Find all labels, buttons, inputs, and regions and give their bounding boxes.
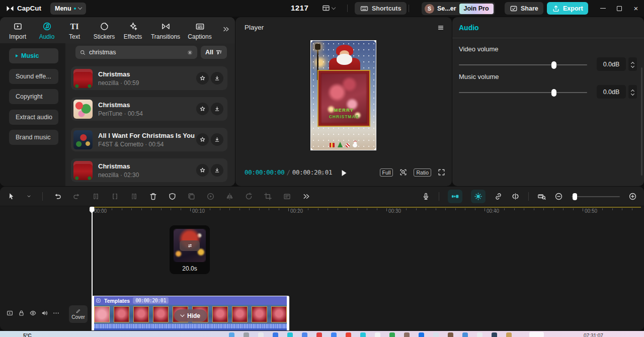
timeline-area[interactable]: 00:0000:1000:2000:3000:4000:50 20.0s Tem… — [0, 207, 644, 330]
search-box[interactable] — [75, 46, 197, 59]
speaker-button[interactable] — [41, 309, 48, 317]
menu-button[interactable]: Menu — [50, 3, 86, 15]
taskbar-weather[interactable]: 5°C — [23, 333, 32, 337]
account-group[interactable]: S Se...er Join Pro — [422, 2, 495, 15]
link-button[interactable] — [494, 192, 503, 201]
join-pro-button[interactable]: Join Pro — [459, 4, 494, 14]
stepper-down-icon[interactable] — [631, 92, 634, 96]
export-button[interactable]: Export — [547, 2, 588, 15]
dots-button[interactable] — [52, 309, 60, 317]
chevron-down-button[interactable] — [26, 194, 32, 199]
taskbar-app-icon[interactable] — [492, 332, 497, 337]
tab-import[interactable]: Import — [1, 20, 34, 41]
lock-button[interactable] — [18, 309, 25, 317]
split-right-button[interactable] — [130, 192, 138, 201]
box-play-button[interactable] — [6, 309, 14, 317]
music-list-item[interactable]: Christmasneozilla · 00:59 — [71, 66, 227, 90]
video-preview[interactable]: MERRY CHRISTMAS — [310, 40, 376, 150]
taskbar-app-icon[interactable] — [375, 332, 380, 337]
preview-quality-button[interactable] — [399, 168, 408, 177]
hide-button[interactable]: Hide — [174, 309, 207, 322]
tab-captions[interactable]: Captions — [184, 20, 215, 41]
tab-stickers[interactable]: Stickers — [90, 20, 119, 41]
music-volume-value[interactable]: 0.0dB — [597, 85, 626, 99]
stepper-down-icon[interactable] — [631, 64, 634, 68]
favorite-button[interactable] — [196, 103, 209, 115]
cursor-button[interactable] — [7, 192, 16, 201]
sidebar-item-extract-audio[interactable]: Extract audio — [9, 110, 58, 125]
taskbar-active-app-highlight[interactable] — [529, 332, 544, 337]
overlay-button[interactable] — [187, 192, 196, 201]
playhead[interactable] — [92, 207, 93, 323]
full-button[interactable]: Full — [380, 168, 393, 177]
time-ruler[interactable]: 00:0000:1000:2000:3000:4000:50 — [0, 207, 644, 217]
window-close-button[interactable]: × — [628, 0, 643, 17]
taskbar-app-icon[interactable] — [389, 332, 395, 337]
zoom-in-button[interactable] — [628, 192, 637, 201]
snap-button[interactable] — [448, 190, 462, 203]
sidebar-item-sound-effe[interactable]: Sound effe... — [9, 69, 58, 84]
taskbar-app-icon[interactable] — [302, 332, 307, 337]
video-volume-slider[interactable] — [459, 61, 587, 68]
shortcuts-button[interactable]: Shortcuts — [355, 2, 407, 15]
search-input[interactable] — [89, 49, 184, 56]
download-button[interactable] — [211, 72, 223, 85]
taskbar-app-icon[interactable] — [287, 332, 293, 337]
player-menu-button[interactable] — [437, 24, 445, 32]
taskbar-app-icon[interactable] — [448, 332, 453, 337]
mask-button[interactable] — [168, 192, 177, 201]
sidebar-item-brand-music[interactable]: Brand music — [9, 130, 58, 145]
taskbar-app-icon[interactable] — [346, 332, 351, 337]
avatar[interactable]: S — [425, 4, 434, 14]
taskbar-app-icon[interactable] — [273, 332, 278, 337]
clear-search-icon[interactable] — [187, 49, 193, 56]
delete-button[interactable] — [149, 192, 157, 201]
taskbar-app-icon[interactable] — [331, 332, 337, 337]
favorite-button[interactable] — [196, 164, 209, 177]
video-volume-stepper[interactable] — [628, 57, 637, 71]
mic-button[interactable] — [422, 192, 430, 201]
template-preview-card[interactable]: 20.0s — [170, 225, 210, 274]
tab-audio[interactable]: Audio — [34, 20, 59, 41]
music-list-item[interactable]: All I Want For Christmas Is You ...F4ST … — [71, 128, 227, 151]
crop-button[interactable] — [264, 192, 272, 201]
window-maximize-button[interactable] — [612, 0, 627, 17]
window-minimize-button[interactable] — [595, 0, 610, 17]
more-tabs-button[interactable] — [222, 25, 230, 33]
speed-button[interactable] — [206, 192, 215, 201]
tab-effects[interactable]: Effects — [119, 20, 147, 41]
redo-button[interactable] — [72, 192, 81, 201]
extract-button[interactable] — [283, 192, 291, 201]
rotate-button[interactable] — [245, 192, 253, 201]
music-list-item[interactable]: Christmasneozilla · 02:30 — [71, 158, 227, 182]
download-button[interactable] — [211, 103, 223, 115]
music-volume-slider[interactable] — [459, 89, 587, 96]
filter-button[interactable]: All — [201, 46, 227, 59]
frame-preview-toggle[interactable] — [317, 169, 325, 177]
undo-button[interactable] — [53, 192, 62, 201]
timeline-zoom-slider[interactable] — [572, 193, 620, 200]
sidebar-item-music[interactable]: Music — [9, 48, 58, 63]
eye-button[interactable] — [29, 309, 37, 317]
replace-button[interactable] — [180, 240, 200, 251]
tab-text[interactable]: TIText — [59, 20, 90, 41]
split-button[interactable] — [111, 192, 119, 201]
zoom-out-button[interactable] — [554, 192, 563, 201]
taskbar-app-icon[interactable] — [404, 332, 410, 337]
ratio-button[interactable]: Ratio — [414, 168, 431, 177]
slider-thumb[interactable] — [551, 89, 556, 97]
templates-clip[interactable]: Templates 00:00:20:01 Hide — [92, 296, 289, 330]
more-button[interactable] — [302, 192, 310, 201]
fullscreen-button[interactable] — [437, 168, 446, 177]
taskbar-app-icon[interactable] — [258, 332, 264, 337]
music-volume-stepper[interactable] — [628, 85, 637, 99]
taskbar-app-icon[interactable] — [419, 332, 424, 337]
favorite-button[interactable] — [196, 133, 209, 146]
clip-trim-handle-right[interactable] — [287, 296, 289, 330]
panel-scrollbar[interactable] — [641, 67, 642, 176]
taskbar-app-icon[interactable] — [433, 332, 439, 337]
taskbar-app-icon[interactable] — [316, 332, 322, 337]
download-button[interactable] — [211, 133, 223, 146]
sidebar-item-copyright[interactable]: Copyright — [9, 89, 58, 104]
play-button[interactable] — [339, 168, 349, 178]
